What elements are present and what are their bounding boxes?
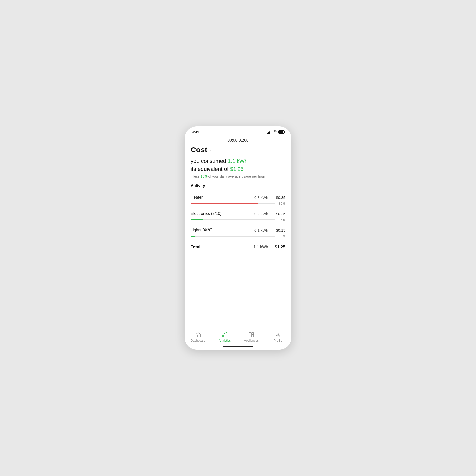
home-icon bbox=[195, 332, 201, 338]
svg-point-6 bbox=[277, 333, 279, 335]
cost-title-row[interactable]: Cost ⌄ bbox=[191, 146, 285, 154]
bottom-nav: Dashboard Analytics Appliances bbox=[185, 329, 291, 344]
daily-avg-prefix: it less bbox=[191, 174, 201, 178]
nav-label-dashboard: Dashboard bbox=[191, 339, 205, 342]
battery-icon bbox=[278, 130, 284, 134]
wifi-icon bbox=[273, 130, 277, 134]
activity-list: Heater 0.8 kWh $0.85 80% Electronics (2/… bbox=[191, 192, 285, 238]
progress-fill-electronics bbox=[191, 219, 203, 220]
item-name-heater: Heater bbox=[191, 195, 203, 200]
home-indicator-bar bbox=[223, 346, 253, 347]
svg-rect-4 bbox=[252, 333, 254, 335]
nav-label-appliances: Appliances bbox=[244, 339, 259, 342]
item-cost-lights: $0.15 bbox=[273, 228, 285, 232]
progress-track-heater bbox=[191, 203, 275, 204]
nav-label-analytics: Analytics bbox=[219, 339, 231, 342]
page-header: ← 00:00-01:00 bbox=[185, 136, 291, 146]
activity-item-heater: Heater 0.8 kWh $0.85 80% bbox=[191, 192, 285, 205]
equivalent-value: $1.25 bbox=[230, 166, 244, 172]
nav-item-analytics[interactable]: Analytics bbox=[216, 332, 233, 342]
total-cost: $1.25 bbox=[273, 245, 285, 250]
svg-rect-0 bbox=[222, 335, 223, 337]
item-cost-heater: $0.85 bbox=[273, 195, 285, 200]
progress-fill-lights bbox=[191, 236, 195, 237]
nav-item-dashboard[interactable]: Dashboard bbox=[189, 332, 207, 342]
status-time: 9:41 bbox=[192, 130, 199, 134]
signal-icon bbox=[267, 130, 271, 134]
progress-fill-heater bbox=[191, 203, 258, 204]
back-button[interactable]: ← bbox=[191, 138, 196, 143]
item-kwh-heater: 0.8 kWh bbox=[254, 195, 268, 200]
consumed-value: 1.1 kWh bbox=[228, 158, 248, 164]
svg-rect-5 bbox=[252, 335, 254, 337]
chevron-down-icon[interactable]: ⌄ bbox=[209, 147, 212, 152]
phone-frame: 9:41 ← 00:00-01:00 bbox=[185, 126, 291, 350]
daily-avg-suffix: of your daily average usage per hour bbox=[208, 174, 265, 178]
profile-icon bbox=[275, 332, 281, 338]
activity-section-label: Activity bbox=[191, 184, 285, 188]
nav-label-profile: Profile bbox=[274, 339, 282, 342]
item-kwh-electronics: 0.2 kWh bbox=[254, 212, 268, 216]
home-indicator bbox=[185, 344, 291, 350]
header-title: 00:00-01:00 bbox=[227, 138, 248, 143]
total-kwh: 1.1 kWh bbox=[253, 245, 268, 249]
item-cost-electronics: $0.25 bbox=[273, 212, 285, 216]
item-name-lights: Lights (4/20) bbox=[191, 228, 213, 232]
equivalent-prefix: its equivalent of bbox=[191, 166, 230, 172]
cost-label: Cost bbox=[191, 146, 207, 154]
main-content: Cost ⌄ you consumed 1.1 kWh its equivale… bbox=[185, 146, 291, 291]
item-kwh-lights: 0.1 kWh bbox=[254, 228, 268, 232]
nav-item-appliances[interactable]: Appliances bbox=[243, 332, 260, 342]
progress-pct-electronics: 15% bbox=[277, 218, 285, 222]
item-name-electronics: Electronics (2/10) bbox=[191, 211, 222, 216]
analytics-icon bbox=[222, 332, 228, 338]
nav-item-profile[interactable]: Profile bbox=[269, 332, 287, 342]
consumed-line: you consumed 1.1 kWh bbox=[191, 158, 285, 164]
activity-item-electronics: Electronics (2/10) 0.2 kWh $0.25 15% bbox=[191, 208, 285, 222]
status-icons bbox=[267, 130, 284, 134]
daily-avg-line: it less 10% of your daily average usage … bbox=[191, 174, 285, 178]
equivalent-line: its equivalent of $1.25 bbox=[191, 166, 285, 172]
activity-item-lights: Lights (4/20) 0.1 kWh $0.15 5% bbox=[191, 225, 285, 238]
status-bar: 9:41 bbox=[185, 126, 291, 136]
appliances-icon bbox=[248, 332, 254, 338]
svg-rect-2 bbox=[226, 333, 227, 337]
consumed-prefix: you consumed bbox=[191, 158, 228, 164]
progress-track-lights bbox=[191, 236, 275, 237]
progress-pct-heater: 80% bbox=[277, 202, 285, 205]
total-row: Total 1.1 kWh $1.25 bbox=[191, 241, 285, 252]
daily-avg-pct: 10% bbox=[201, 174, 208, 178]
progress-pct-lights: 5% bbox=[277, 234, 285, 238]
svg-rect-1 bbox=[224, 334, 225, 337]
content-spacer bbox=[185, 291, 291, 329]
total-label: Total bbox=[191, 245, 200, 250]
progress-track-electronics bbox=[191, 219, 275, 220]
svg-rect-3 bbox=[249, 333, 251, 337]
